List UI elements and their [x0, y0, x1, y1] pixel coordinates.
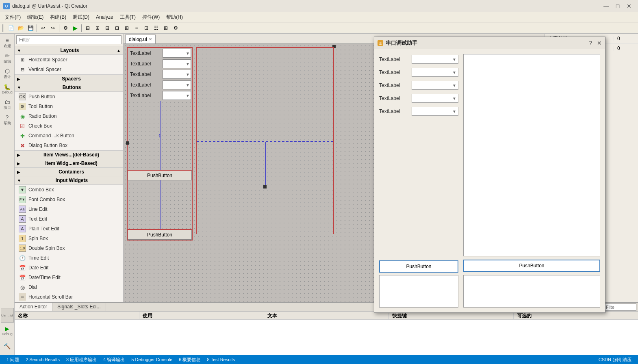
- prop-value-1[interactable]: 0: [614, 36, 638, 41]
- widget-spin-box[interactable]: 1 Spin Box: [15, 234, 123, 243]
- combo-row-1[interactable]: TextLabel ▼: [128, 48, 192, 58]
- menu-item-file[interactable]: 文件(F): [2, 13, 24, 22]
- canvas-tab-dialog[interactable]: dialog.ui ✕: [125, 35, 156, 43]
- right-mid-area[interactable]: [197, 142, 333, 188]
- menu-item-debug[interactable]: 调试(D): [69, 13, 93, 22]
- toolbar-settings-btn[interactable]: ⚙: [171, 24, 180, 32]
- serial-combo-4[interactable]: ▼: [412, 94, 458, 103]
- close-btn[interactable]: ✕: [623, 2, 635, 10]
- status-item-issues[interactable]: 1 问题: [3, 357, 22, 363]
- combo-row-5[interactable]: TextLabel ▼: [128, 90, 192, 101]
- status-item-compile-output[interactable]: 4 编译输出: [100, 357, 128, 363]
- combo-row-2[interactable]: TextLabel ▼: [128, 58, 192, 69]
- widget-font-combo-box[interactable]: F▼ Font Combo Box: [15, 195, 123, 204]
- prop-value-2[interactable]: 0: [614, 46, 638, 51]
- status-item-general-info[interactable]: 6 概要信息: [176, 357, 204, 363]
- category-input-widgets[interactable]: ▼ Input Widgets: [15, 176, 123, 185]
- widget-tool-button[interactable]: ⚙ Tool Button: [15, 102, 123, 111]
- toolbar-redo-btn[interactable]: ↪: [48, 24, 57, 32]
- status-item-debugger-console[interactable]: 5 Debugger Console: [128, 357, 176, 362]
- combo-row-4[interactable]: TextLabel ▼: [128, 80, 192, 90]
- status-item-app-output[interactable]: 3 应用程序输出: [63, 357, 100, 363]
- filter-input[interactable]: [16, 35, 122, 44]
- widget-push-button[interactable]: OK Push Button: [15, 92, 123, 102]
- tab-close-btn[interactable]: ✕: [149, 37, 152, 41]
- toolbar-layout-btn6[interactable]: ≡: [132, 24, 141, 32]
- menu-item-tools[interactable]: 工具(T): [117, 13, 139, 22]
- right-top-area[interactable]: [197, 48, 333, 141]
- toolbar-layout-btn1[interactable]: ⊟: [83, 24, 92, 32]
- serial-combo-1[interactable]: ▼: [412, 55, 458, 64]
- serial-combo-2[interactable]: ▼: [412, 68, 458, 77]
- activity-uart[interactable]: Uar…ist: [1, 308, 14, 323]
- activity-edit[interactable]: ✏ 编辑: [1, 51, 14, 65]
- toolbar-layout-btn8[interactable]: ☷: [152, 24, 161, 32]
- toolbar-layout-btn9[interactable]: ⊞: [161, 24, 170, 32]
- bottom-tab-signals-slots[interactable]: Signals _Slots Edi...: [52, 303, 106, 311]
- push-button-canvas-2[interactable]: PushButton: [128, 229, 192, 240]
- toolbar-save-btn[interactable]: 💾: [26, 24, 35, 32]
- menu-item-build[interactable]: 构建(B): [47, 13, 69, 22]
- status-item-search[interactable]: 2 Search Results: [22, 357, 63, 362]
- toolbar-layout-btn4[interactable]: ⊡: [113, 24, 122, 32]
- menu-item-help[interactable]: 帮助(H): [163, 13, 186, 22]
- serial-small-box-left[interactable]: [379, 275, 458, 308]
- widget-date-edit[interactable]: 📅 Date Edit: [15, 263, 123, 273]
- category-buttons[interactable]: ▼ Buttons: [15, 83, 123, 92]
- activity-run-debug[interactable]: ▶ Debug: [1, 323, 14, 338]
- serial-push-btn-1[interactable]: PushButton: [379, 260, 458, 273]
- combo-select-2[interactable]: ▼: [163, 59, 191, 68]
- toolbar-open-btn[interactable]: 📂: [16, 24, 25, 32]
- minimize-btn[interactable]: —: [601, 2, 612, 10]
- widget-check-box[interactable]: ☑ Check Box: [15, 121, 123, 131]
- resize-handle-left-mid[interactable]: [126, 141, 129, 145]
- bottom-tab-action-editor[interactable]: Action Editor: [15, 303, 52, 311]
- toolbar-undo-btn[interactable]: ↩: [39, 24, 48, 32]
- combo-select-1[interactable]: ▼: [163, 49, 191, 58]
- toolbar-layout-btn3[interactable]: ⊟: [103, 24, 112, 32]
- toolbar-layout-btn2[interactable]: ⊞: [93, 24, 102, 32]
- serial-help-btn[interactable]: ?: [589, 40, 592, 46]
- activity-projects[interactable]: 🗂 项目: [1, 97, 14, 112]
- activity-debug[interactable]: 🐛 Debug: [1, 82, 14, 96]
- category-spacers[interactable]: ▶ Spacers: [15, 74, 123, 83]
- toolbar-run-btn[interactable]: ▶: [71, 24, 80, 32]
- menu-item-analyze[interactable]: Analyze: [93, 13, 117, 21]
- combo-row-3[interactable]: TextLabel ▼: [128, 69, 192, 80]
- widget-vertical-spacer[interactable]: ⊟ Vertical Spacer: [15, 65, 123, 74]
- activity-build-extra[interactable]: 🔨: [1, 339, 14, 353]
- serial-combo-5[interactable]: ▼: [412, 107, 458, 116]
- widget-command-button[interactable]: ✚ Command ...k Button: [15, 131, 123, 141]
- right-bottom-area[interactable]: [197, 188, 333, 234]
- widget-dialog-button-box[interactable]: ✖ Dialog Button Box: [15, 141, 123, 150]
- widget-text-edit[interactable]: A Text Edit: [15, 214, 123, 224]
- serial-close-btn[interactable]: ✕: [597, 40, 602, 46]
- toolbar-build-btn[interactable]: ⚙: [61, 24, 70, 32]
- toolbar-layout-btn7[interactable]: ⊡: [142, 24, 151, 32]
- scroll-up-icon[interactable]: ▲: [117, 48, 121, 53]
- widget-combo-box[interactable]: ▼ Combo Box: [15, 185, 123, 195]
- category-layouts[interactable]: ▼ Layouts ▲: [15, 46, 123, 55]
- widget-double-spin-box[interactable]: 1.0 Double Spin Box: [15, 243, 123, 253]
- serial-push-btn-2[interactable]: PushButton: [463, 260, 600, 272]
- resize-handle-right-bottom[interactable]: [263, 185, 267, 188]
- combo-select-3[interactable]: ▼: [163, 70, 191, 79]
- widget-plain-text-edit[interactable]: A Plain Text Edit: [15, 224, 123, 234]
- serial-textarea-top[interactable]: [463, 54, 600, 256]
- widget-datetime-edit[interactable]: 📅 Date/Time Edit: [15, 273, 123, 282]
- widget-line-edit[interactable]: Aa Line Edit: [15, 204, 123, 214]
- activity-welcome[interactable]: ≡ 欢迎: [1, 35, 14, 50]
- activity-help[interactable]: ? 帮助: [1, 113, 14, 127]
- serial-combo-3[interactable]: ▼: [412, 81, 458, 90]
- toolbar-new-btn[interactable]: 📄: [7, 24, 15, 32]
- menu-item-controls[interactable]: 控件(W): [139, 13, 163, 22]
- menu-item-edit[interactable]: 编辑(E): [24, 13, 47, 22]
- widget-horizontal-scrollbar[interactable]: ━ Horizontal Scroll Bar: [15, 292, 123, 302]
- status-item-tests[interactable]: 8 Test Results: [204, 357, 238, 362]
- widget-time-edit[interactable]: 🕐 Time Edit: [15, 253, 123, 263]
- maximize-btn[interactable]: □: [612, 2, 623, 10]
- category-item-views[interactable]: ▶ Item Views...(del-Based): [15, 150, 123, 159]
- activity-design[interactable]: ⬡ 设计: [1, 66, 14, 81]
- widget-horizontal-spacer[interactable]: ⊞ Horizontal Spacer: [15, 55, 123, 65]
- combo-select-4[interactable]: ▼: [163, 80, 191, 89]
